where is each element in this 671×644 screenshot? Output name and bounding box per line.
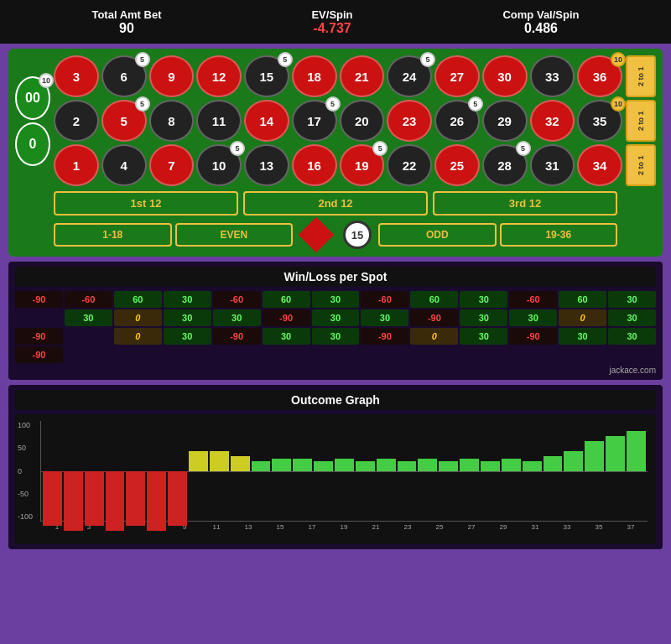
ev-spin: EV/Spin -4.737: [311, 8, 352, 36]
number-13[interactable]: 13: [244, 144, 289, 186]
bar-fill: [564, 451, 583, 471]
two-to-one-mid[interactable]: 2 to 1: [626, 100, 656, 142]
number-10[interactable]: 105: [196, 144, 242, 186]
number-14[interactable]: 14: [244, 100, 289, 142]
diamond-red: [296, 220, 336, 250]
total-amt-bet-label: Total Amt Bet: [91, 8, 161, 21]
bet-even[interactable]: EVEN: [175, 223, 294, 247]
y-0: 0: [18, 467, 33, 475]
chip-19: 5: [372, 141, 388, 156]
number-19[interactable]: 195: [340, 144, 385, 186]
wl-cell: 0: [410, 328, 458, 345]
bar-fill: [606, 436, 625, 471]
number-1[interactable]: 1: [54, 144, 99, 186]
number-32[interactable]: 32: [530, 100, 575, 142]
number-16[interactable]: 16: [292, 144, 337, 186]
row-3: 1 4 7 105 13 16 195 22 25 285 31 34: [54, 144, 622, 186]
number-15[interactable]: 155: [244, 55, 289, 97]
wl-cell: 30: [312, 309, 360, 326]
bar-item: [147, 421, 166, 521]
number-5[interactable]: 55: [101, 100, 147, 142]
wl-cell: 0: [114, 328, 162, 345]
bar-item: [502, 421, 521, 521]
wl-cell: 30: [361, 309, 408, 326]
bar-item: [460, 421, 479, 521]
number-27[interactable]: 27: [434, 55, 480, 97]
number-8[interactable]: 8: [149, 100, 195, 142]
x-label-item: 13: [233, 523, 263, 531]
bar-item: [398, 421, 417, 521]
bar-item: [189, 421, 208, 521]
x-label-item: 17: [297, 523, 327, 531]
number-11[interactable]: 11: [196, 100, 242, 142]
chip-15: 5: [278, 52, 293, 67]
number-24[interactable]: 245: [387, 55, 432, 97]
bar-fill: [398, 461, 417, 471]
wl-cell: -90: [15, 291, 63, 308]
wl-cell: 30: [559, 328, 606, 345]
x-label-item: 29: [488, 523, 518, 531]
header: Total Amt Bet 90 EV/Spin -4.737 Comp Val…: [0, 0, 671, 44]
number-12[interactable]: 12: [196, 55, 242, 97]
chip-10: 5: [230, 141, 245, 156]
number-2[interactable]: 2: [54, 100, 99, 142]
number-7[interactable]: 7: [149, 144, 195, 186]
number-20[interactable]: 20: [340, 100, 385, 142]
x-label-item: 21: [361, 523, 391, 531]
x-label-item: 15: [265, 523, 295, 531]
number-22[interactable]: 22: [387, 144, 432, 186]
ev-spin-label: EV/Spin: [311, 8, 352, 21]
number-3[interactable]: 3: [54, 55, 99, 97]
dozen-1st[interactable]: 1st 12: [54, 191, 238, 216]
number-34[interactable]: 34: [577, 144, 622, 186]
bet-1-18[interactable]: 1-18: [54, 223, 172, 247]
comp-val-spin: Comp Val/Spin 0.486: [502, 8, 579, 36]
bar-fill: [627, 431, 646, 471]
wl-cell: 30: [164, 309, 211, 326]
bar-fill: [481, 461, 500, 471]
number-28[interactable]: 285: [482, 144, 528, 186]
number-4[interactable]: 4: [101, 144, 147, 186]
number-35[interactable]: 3510: [577, 100, 622, 142]
number-18[interactable]: 18: [292, 55, 337, 97]
x-label-item: 31: [520, 523, 550, 531]
wl-cell: 0: [114, 309, 162, 326]
bar-fill: [168, 471, 187, 526]
x-label-item: 25: [424, 523, 455, 531]
bet-19-36[interactable]: 19-36: [500, 223, 618, 247]
number-36[interactable]: 3610: [577, 55, 622, 97]
number-33[interactable]: 33: [530, 55, 575, 97]
number-00[interactable]: 00 10: [15, 76, 50, 120]
two-to-one-bot[interactable]: 2 to 1: [626, 144, 656, 186]
y-neg50: -50: [18, 490, 33, 498]
bet-odd[interactable]: ODD: [378, 223, 497, 247]
number-23[interactable]: 23: [387, 100, 432, 142]
wl-cell: 30: [65, 309, 112, 326]
number-9[interactable]: 9: [149, 55, 195, 97]
number-30[interactable]: 30: [482, 55, 528, 97]
number-31[interactable]: 31: [530, 144, 575, 186]
bar-fill: [126, 471, 145, 526]
number-0[interactable]: 0: [15, 122, 50, 166]
dozen-3rd[interactable]: 3rd 12: [433, 191, 617, 216]
number-29[interactable]: 29: [482, 100, 528, 142]
number-21[interactable]: 21: [340, 55, 385, 97]
wl-cell: -60: [509, 291, 557, 308]
row-2: 2 55 8 11 14 175 20 23 265 29 32 3510: [54, 100, 622, 142]
number-17[interactable]: 175: [292, 100, 337, 142]
bar-fill: [460, 459, 479, 470]
wl-cell: 60: [114, 291, 162, 308]
number-26[interactable]: 265: [434, 100, 480, 142]
row-1: 3 65 9 12 155 18 21 245 27 30 33 3610: [54, 55, 622, 97]
bar-item: [126, 421, 145, 521]
zero-section: 00 10 0: [15, 76, 50, 166]
number-25[interactable]: 25: [434, 144, 480, 186]
wl-cell: 30: [263, 328, 310, 345]
wl-cell: -90: [15, 328, 63, 345]
number-6[interactable]: 65: [101, 55, 147, 97]
two-to-one-top[interactable]: 2 to 1: [626, 55, 656, 97]
wl-cell: -90: [509, 328, 557, 345]
dozen-2nd[interactable]: 2nd 12: [243, 191, 428, 216]
y-50: 50: [18, 444, 33, 452]
wl-cell: 30: [312, 291, 360, 308]
